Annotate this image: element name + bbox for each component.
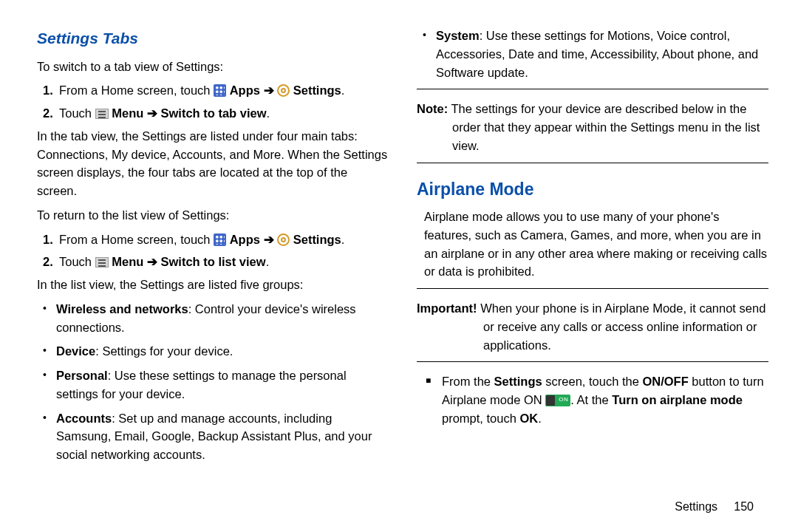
step-1b: 1. From a Home screen, touch Apps ➔ Sett…	[43, 231, 389, 249]
settings-tabs-heading: Settings Tabs	[37, 27, 389, 50]
on-toggle-icon	[545, 395, 570, 406]
airplane-step: ■ From the Settings screen, touch the ON…	[426, 372, 768, 427]
tab-view-desc: In the tab view, the Settings are listed…	[37, 127, 389, 200]
step-1: 1. From a Home screen, touch Apps ➔ Sett…	[43, 81, 389, 100]
divider-icon	[417, 361, 768, 362]
intro-text: To switch to a tab view of Settings:	[37, 58, 389, 76]
left-column: Settings Tabs To switch to a tab view of…	[37, 27, 389, 485]
return-text: To return to the list view of Settings:	[37, 206, 389, 225]
airplane-desc: Airplane mode allows you to use many of …	[424, 208, 768, 281]
settings-gear-icon	[277, 233, 290, 246]
divider-icon	[417, 89, 768, 89]
menu-icon	[95, 257, 109, 267]
step-2: 2. Touch Menu ➔ Switch to tab view.	[43, 104, 389, 123]
bullet-system: •System: Use these settings for Motions,…	[423, 27, 768, 81]
list-view-intro: In the list view, the Settings are liste…	[37, 276, 389, 294]
divider-icon	[417, 163, 768, 163]
bullet-accounts: •Accounts: Set up and manage accounts, i…	[43, 409, 389, 464]
apps-grid-icon	[214, 233, 226, 246]
bullet-device: •Device: Settings for your device.	[43, 342, 389, 361]
note-block: Note: The settings for your device are d…	[417, 100, 768, 154]
divider-icon	[417, 288, 768, 289]
apps-grid-icon	[214, 84, 226, 97]
settings-gear-icon	[277, 84, 290, 97]
step-2b: 2. Touch Menu ➔ Switch to list view.	[43, 253, 389, 271]
important-block: Important! When your phone is in Airplan…	[417, 299, 768, 354]
bullet-personal: •Personal: Use these settings to manage …	[43, 366, 389, 403]
right-column: •System: Use these settings for Motions,…	[417, 27, 768, 485]
airplane-mode-heading: Airplane Mode	[417, 177, 768, 202]
menu-icon	[95, 109, 109, 119]
bullet-wireless: •Wireless and networks: Control your dev…	[43, 300, 389, 337]
page-footer: Settings 150	[675, 498, 754, 516]
